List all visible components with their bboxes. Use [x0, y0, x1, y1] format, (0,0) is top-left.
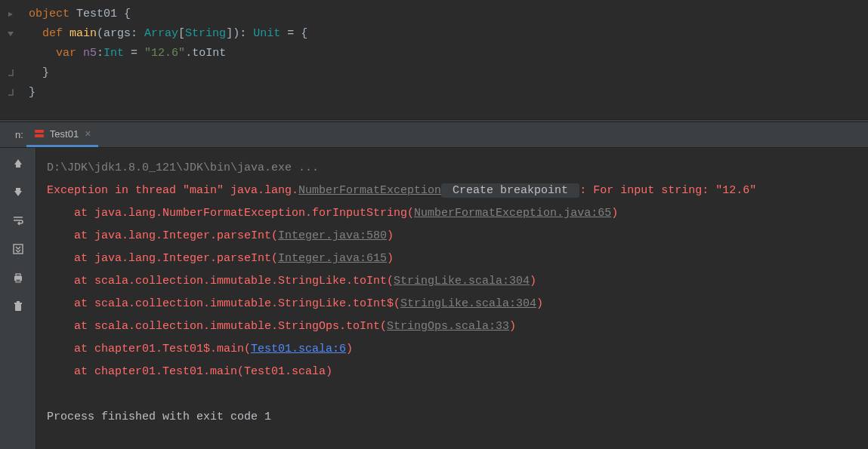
- panel-label: n:: [15, 129, 26, 140]
- console-toolbar: [0, 148, 36, 449]
- exception-message: : For input string: "12.6": [579, 184, 756, 197]
- console-tabs: n: Test01 ×: [0, 122, 868, 148]
- code-line-1[interactable]: object Test01 {: [21, 5, 131, 24]
- fold-gutter-icon[interactable]: [0, 24, 21, 44]
- stack-frame-source-link[interactable]: StringOps.scala:33: [387, 320, 509, 333]
- stack-frame-prefix: at scala.collection.immutable.StringOps.…: [47, 320, 387, 333]
- code-line-2[interactable]: def main(args: Array[String]): Unit = {: [21, 24, 307, 44]
- fold-gutter-icon[interactable]: [0, 5, 21, 24]
- print-icon[interactable]: [9, 269, 27, 287]
- stack-frame-suffix: ): [611, 207, 618, 220]
- stack-frame-prefix: at java.lang.NumberFormatException.forIn…: [47, 207, 414, 220]
- gutter: [0, 44, 21, 63]
- close-icon[interactable]: ×: [85, 128, 91, 140]
- stack-frame-suffix: ): [346, 343, 353, 355]
- stack-frame-prefix: at scala.collection.immutable.StringLike…: [47, 297, 400, 310]
- console-output[interactable]: D:\JDK\jdk1.8.0_121\JDK\bin\java.exe ...…: [36, 148, 868, 449]
- code-line-4[interactable]: }: [21, 63, 49, 83]
- run-tool-window: n: Test01 × D:\JDK\jdk1.8.0_121\JDK\bin\…: [0, 122, 868, 449]
- svg-rect-7: [14, 303, 22, 304]
- trash-icon[interactable]: [9, 297, 27, 315]
- fold-end-icon[interactable]: [0, 83, 21, 103]
- stack-frame-prefix: at scala.collection.immutable.StringLike…: [47, 275, 394, 288]
- stack-frame-source-link[interactable]: NumberFormatException.java:65: [414, 207, 611, 220]
- exception-text: Exception in thread "main" java.lang.: [47, 184, 298, 197]
- scala-file-icon: [34, 128, 45, 139]
- stack-frame-source-link[interactable]: Test01.scala:6: [251, 343, 346, 355]
- stack-frame-suffix: ): [536, 297, 543, 310]
- svg-rect-8: [17, 301, 20, 303]
- svg-rect-5: [16, 279, 20, 282]
- stack-frame-prefix: at java.lang.Integer.parseInt(: [47, 229, 278, 242]
- process-exit-message: Process finished with exit code 1: [47, 411, 271, 423]
- stack-frame-suffix: ): [530, 275, 536, 288]
- code-line-3[interactable]: var n5:Int = "12.6".toInt: [21, 44, 226, 63]
- up-arrow-icon[interactable]: [9, 154, 27, 172]
- command-line: D:\JDK\jdk1.8.0_121\JDK\bin\java.exe ...: [47, 161, 319, 174]
- code-editor[interactable]: object Test01 { def main(args: Array[Str…: [0, 0, 868, 119]
- create-breakpoint-button[interactable]: Create breakpoint: [441, 183, 579, 198]
- stack-frame-source-link[interactable]: Integer.java:615: [278, 252, 387, 265]
- stack-frame-suffix: ): [509, 320, 516, 333]
- stack-frame-source-link[interactable]: StringLike.scala:304: [400, 297, 536, 310]
- code-line-5[interactable]: }: [21, 83, 36, 103]
- stack-frame-suffix: ): [387, 229, 394, 242]
- exception-class-link[interactable]: NumberFormatException: [298, 184, 441, 197]
- svg-rect-1: [35, 134, 44, 137]
- down-arrow-icon[interactable]: [9, 183, 27, 201]
- stack-frame-prefix: at java.lang.Integer.parseInt(: [47, 252, 278, 265]
- stack-frame-source-link[interactable]: StringLike.scala:304: [394, 275, 530, 288]
- stack-frame: at chapter01.Test01.main(Test01.scala): [47, 365, 332, 378]
- stack-frame-source-link[interactable]: Integer.java:580: [278, 229, 387, 242]
- stack-frame-suffix: ): [387, 252, 394, 265]
- fold-end-icon[interactable]: [0, 63, 21, 83]
- svg-rect-0: [35, 130, 44, 133]
- stack-frame-prefix: at chapter01.Test01$.main(: [47, 343, 251, 355]
- tab-label: Test01: [50, 128, 79, 140]
- tab-test01[interactable]: Test01 ×: [26, 122, 99, 147]
- svg-rect-4: [16, 274, 20, 276]
- svg-rect-6: [15, 304, 21, 311]
- soft-wrap-icon[interactable]: [9, 211, 27, 229]
- scroll-to-end-icon[interactable]: [9, 240, 27, 258]
